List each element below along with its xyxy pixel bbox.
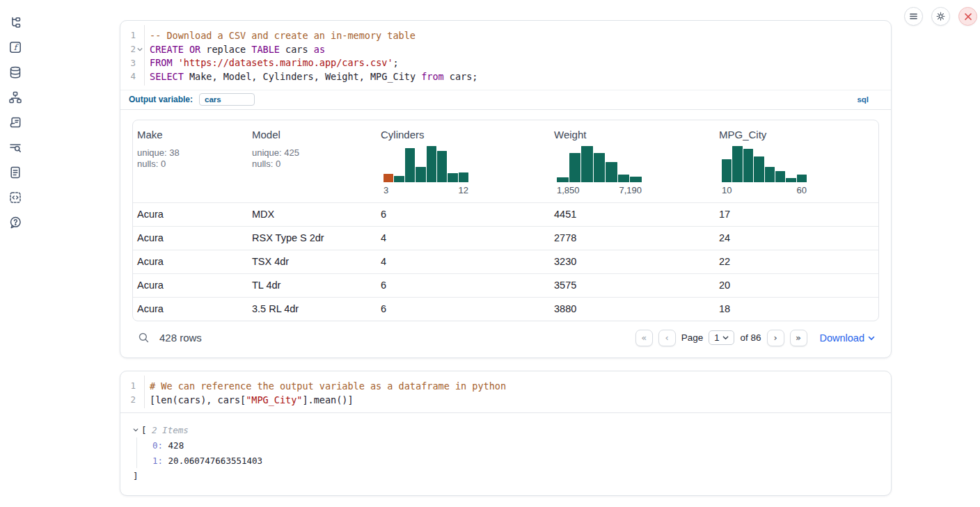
entry-index: 1:: [152, 456, 163, 466]
previous-page-button[interactable]: ‹: [658, 330, 676, 346]
settings-button[interactable]: [931, 7, 950, 26]
column-header-cylinders[interactable]: Cylinders 312: [377, 120, 550, 202]
snippets-icon[interactable]: [8, 191, 22, 204]
line-number: 1: [120, 380, 136, 391]
histogram-bar: [786, 178, 796, 182]
tree-entry: 0: 428: [152, 437, 878, 453]
column-header-weight[interactable]: Weight 1,8507,190: [550, 120, 715, 202]
python-editor[interactable]: 1 # We can reference the output variable…: [120, 371, 891, 412]
last-page-button[interactable]: »: [790, 330, 807, 346]
histogram-bar: [384, 174, 393, 182]
data-table: Make unique: 38 nulls: 0 Model unique: 4…: [132, 120, 879, 321]
fold-chevron-icon[interactable]: [136, 47, 144, 52]
gutter-divider: [144, 376, 145, 408]
histogram-bar: [797, 175, 807, 182]
histogram-bar: [581, 146, 593, 182]
table-row: AcuraMDX6445117: [133, 202, 878, 226]
sql-cell-output: Make unique: 38 nulls: 0 Model unique: 4…: [120, 110, 891, 357]
histogram-bar: [459, 172, 468, 182]
page-total-label: of 86: [740, 332, 761, 343]
sql-editor[interactable]: 1 -- Download a CSV and create an in-mem…: [120, 21, 891, 90]
hist-min-label: 3: [384, 185, 388, 195]
collapse-chevron-icon[interactable]: [133, 427, 141, 433]
hamburger-icon: [909, 12, 918, 21]
sql-cell: 1 -- Download a CSV and create an in-mem…: [120, 20, 892, 358]
histogram-bar: [557, 177, 569, 182]
close-icon: [964, 13, 972, 21]
file-tree-icon[interactable]: [8, 15, 22, 29]
table-row: AcuraRSX Type S 2dr4277824: [133, 226, 878, 250]
histogram-bar: [743, 149, 753, 182]
download-button[interactable]: Download: [820, 332, 876, 344]
tree-root-row: [ 2 Items: [133, 422, 878, 437]
output-variable-input[interactable]: [199, 93, 255, 106]
python-cell: 1 # We can reference the output variable…: [120, 371, 892, 496]
open-bracket: [: [141, 425, 147, 435]
code-line: 4 SELECT Make, Model, Cylinders, Weight,…: [120, 70, 891, 83]
histogram-bar: [754, 156, 764, 182]
histogram-bar: [427, 146, 436, 182]
database-icon[interactable]: [8, 65, 22, 79]
python-cell-output: [ 2 Items 0: 428 1: 20.060747663551403 ]: [120, 412, 891, 495]
histogram-bar: [394, 176, 404, 182]
histogram-bar: [775, 171, 785, 182]
hist-min-label: 10: [722, 185, 732, 195]
search-icon[interactable]: [138, 332, 150, 344]
sql-cell-footer: Output variable: sql: [120, 90, 891, 110]
code-line: 3 FROM 'https://datasets.marimo.app/cars…: [120, 56, 891, 70]
notebook-actions: [904, 7, 977, 26]
column-stats: unique: 38: [137, 147, 242, 159]
code-line: 2 [len(cars), cars["MPG_City"].mean()]: [120, 393, 891, 407]
hist-max-label: 7,190: [619, 185, 642, 195]
histogram-bar: [594, 153, 606, 182]
line-number: 1: [120, 30, 136, 40]
table-footer: 428 rows « ‹ Page 1 of 86 › » Download: [132, 321, 879, 346]
dependency-graph-icon[interactable]: [8, 90, 22, 104]
helper-panel-sidebar: f: [0, 15, 31, 230]
scroll-logs-icon[interactable]: [8, 115, 22, 129]
page-label: Page: [681, 332, 704, 343]
column-header-make[interactable]: Make unique: 38 nulls: 0: [133, 120, 248, 202]
line-number: 2: [120, 44, 136, 54]
menu-button[interactable]: [904, 7, 923, 26]
histogram-bar: [630, 177, 642, 182]
line-number: 2: [120, 394, 136, 405]
list-search-icon[interactable]: [8, 140, 22, 154]
tree-entry: 1: 20.060747663551403: [152, 453, 878, 468]
histogram-bar: [618, 175, 630, 182]
gutter-divider: [144, 25, 145, 86]
histogram-bar: [405, 148, 415, 182]
table-header-row: Make unique: 38 nulls: 0 Model unique: 4…: [133, 120, 878, 202]
entry-value: 428: [168, 440, 184, 451]
page: { "topbar": { "buttons": [ { "name": "me…: [0, 0, 980, 507]
line-number: 3: [120, 58, 136, 68]
tree-close-row: ]: [133, 468, 878, 483]
histogram-bar: [569, 153, 581, 182]
histogram-bar: [416, 167, 425, 182]
next-page-button[interactable]: ›: [767, 330, 784, 346]
first-page-button[interactable]: «: [635, 330, 653, 346]
language-badge: sql: [857, 95, 869, 104]
page-select[interactable]: 1: [709, 330, 734, 345]
column-header-mpg-city[interactable]: MPG_City 1060: [715, 120, 878, 202]
shutdown-button[interactable]: [958, 7, 977, 26]
histogram-bar: [437, 151, 447, 182]
column-stats: unique: 425: [252, 147, 371, 159]
document-icon[interactable]: [8, 166, 22, 179]
help-icon[interactable]: [8, 216, 22, 230]
hist-min-label: 1,850: [557, 185, 580, 195]
gear-icon: [935, 11, 946, 22]
histogram-bar: [722, 159, 732, 182]
code-line: 1 # We can reference the output variable…: [120, 379, 891, 393]
column-histogram: 1,8507,190: [557, 146, 642, 195]
pagination: « ‹ Page 1 of 86 › » Download: [635, 330, 875, 346]
row-count: 428 rows: [159, 332, 202, 344]
column-header-model[interactable]: Model unique: 425 nulls: 0: [248, 120, 377, 202]
hist-max-label: 60: [797, 185, 807, 195]
chevron-down-icon: [722, 335, 729, 341]
column-histogram: 312: [384, 146, 468, 195]
code-line: 1 -- Download a CSV and create an in-mem…: [120, 29, 891, 42]
hist-max-label: 12: [459, 185, 468, 195]
line-number: 4: [120, 71, 136, 81]
functions-icon[interactable]: f: [8, 40, 22, 54]
